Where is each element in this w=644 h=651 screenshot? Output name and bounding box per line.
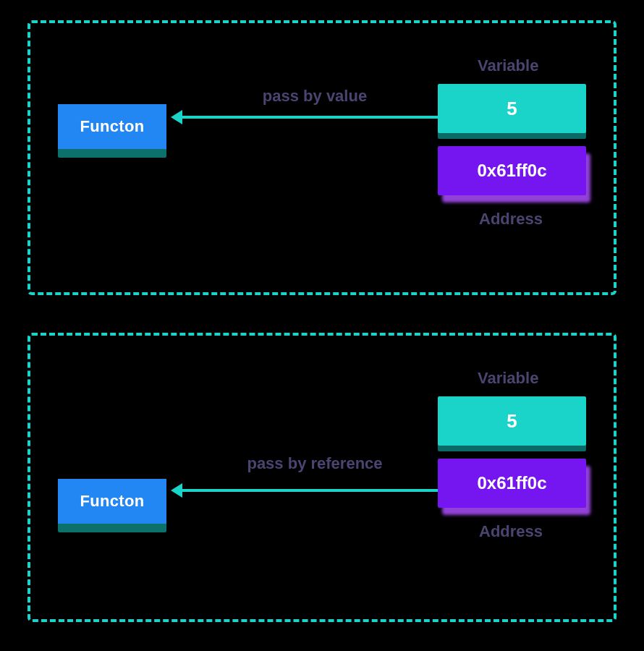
value-text: 5	[507, 98, 517, 120]
address-box-2: 0x61ff0c	[438, 459, 586, 508]
variable-label: Variable	[478, 56, 538, 75]
arrow-line-value	[182, 116, 438, 119]
address-box: 0x61ff0c	[438, 146, 586, 195]
function-label-2: Functon	[80, 492, 145, 511]
arrow-head-reference	[171, 483, 182, 498]
address-text: 0x61ff0c	[477, 161, 546, 181]
arrow-caption-reference: pass by reference	[210, 454, 420, 473]
function-label: Functon	[80, 117, 145, 136]
arrow-caption-value: pass by value	[232, 87, 398, 106]
address-text-2: 0x61ff0c	[477, 473, 546, 493]
value-box: 5	[438, 84, 586, 133]
value-text-2: 5	[507, 410, 517, 433]
variable-label-2: Variable	[478, 369, 538, 388]
address-label: Address	[479, 210, 543, 229]
arrow-head-value	[171, 110, 182, 124]
address-label-2: Address	[479, 522, 543, 541]
arrow-line-reference	[182, 489, 438, 492]
function-box-2: Functon	[58, 479, 166, 524]
value-box-2: 5	[438, 396, 586, 446]
function-box: Functon	[58, 104, 166, 149]
